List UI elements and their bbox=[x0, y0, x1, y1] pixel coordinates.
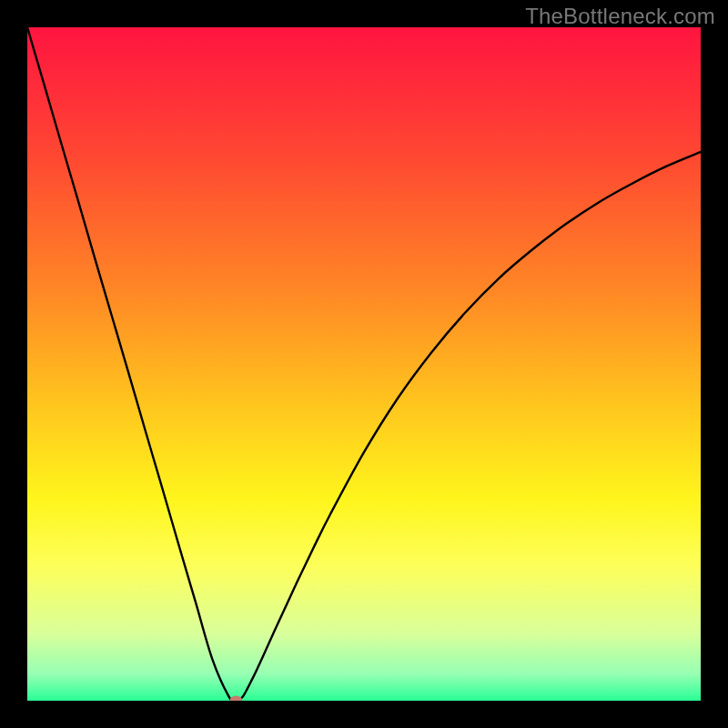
watermark-text: TheBottleneck.com bbox=[525, 4, 715, 29]
chart-frame: TheBottleneck.com bbox=[0, 0, 728, 728]
bottleneck-curve bbox=[27, 27, 701, 701]
optimum-marker bbox=[229, 696, 242, 702]
chart-curve-layer bbox=[27, 27, 701, 701]
